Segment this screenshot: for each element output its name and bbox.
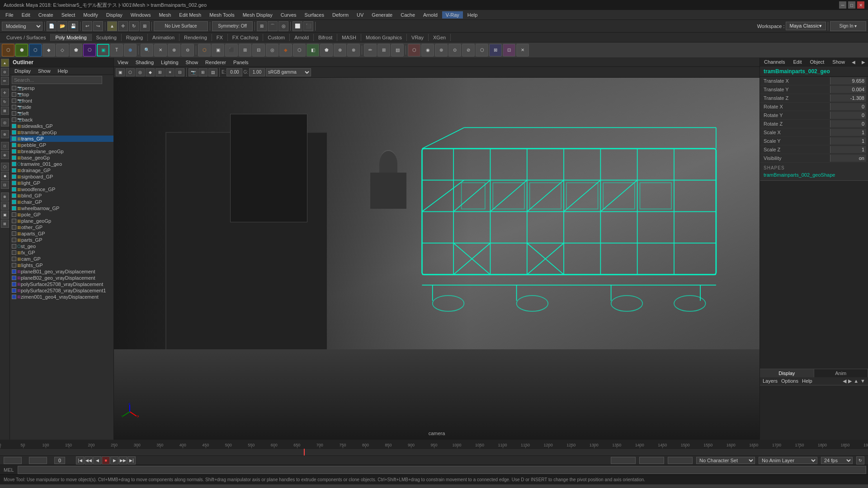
scale-tool-button[interactable]: ⊞: [140, 21, 150, 31]
shelf-icon-12[interactable]: ⊕: [168, 44, 180, 56]
outliner-item[interactable]: ⊞ planeB01_geo_vrayDisplacement: [10, 268, 113, 275]
vp-select-btn[interactable]: ▣: [116, 68, 125, 76]
tab-display[interactable]: Display: [760, 369, 814, 377]
outliner-item[interactable]: ⊞ polySurface25708_vrayDisplacement: [10, 281, 113, 287]
tab-bifrost[interactable]: Bifrost: [314, 34, 337, 41]
outliner-item[interactable]: ⊞ polySurface25708_vrayDisplacement1: [10, 287, 113, 294]
menu-item-surfaces[interactable]: Surfaces: [301, 11, 328, 19]
shelf-icon-35[interactable]: ⊠: [489, 44, 502, 56]
outliner-item[interactable]: 📷 top: [10, 91, 113, 98]
vp-shadow-btn[interactable]: ⊟: [175, 68, 184, 76]
tab-rigging[interactable]: Rigging: [122, 34, 148, 41]
move-tool-button[interactable]: ✛: [118, 21, 128, 31]
gamma-input[interactable]: [249, 68, 265, 76]
snap-curve-button[interactable]: ⌒: [268, 21, 278, 31]
dm-arrow-right[interactable]: ▶: [848, 378, 852, 384]
shelf-icon-31[interactable]: ⊛: [435, 44, 448, 56]
channel-value-input[interactable]: [830, 94, 866, 102]
render-button[interactable]: ⬜: [292, 21, 302, 31]
outliner-item[interactable]: ▦ tramline_geoGp: [10, 129, 113, 136]
prev-keyframe-button[interactable]: ◀: [93, 456, 101, 465]
color-space-dropdown[interactable]: sRGB gamma: [266, 68, 311, 76]
shelf-icon-26[interactable]: ✏: [364, 44, 377, 56]
menu-item-mesh-tools[interactable]: Mesh Tools: [206, 11, 238, 19]
outliner-item[interactable]: ▦ fx_GP: [10, 249, 113, 256]
dm-options[interactable]: Options: [781, 378, 798, 384]
next-keyframe-button[interactable]: ▶▶: [119, 456, 127, 465]
shelf-icon-5[interactable]: ◇: [56, 44, 69, 56]
tab-mash[interactable]: MASH: [337, 34, 361, 41]
shelf-icon-23[interactable]: ⬟: [320, 44, 333, 56]
menu-item-mesh[interactable]: Mesh: [155, 11, 175, 19]
outliner-menu-show[interactable]: Show: [36, 68, 52, 74]
shelf-icon-34[interactable]: ⬡: [476, 44, 488, 56]
ch-menu-show[interactable]: Show: [831, 59, 846, 65]
timeline-ruler[interactable]: 0501001502002503003504004505005506006507…: [0, 440, 868, 449]
range-start-input[interactable]: [611, 457, 636, 464]
outliner-item[interactable]: 📷 back: [10, 117, 113, 123]
viewport-sel[interactable]: □: [1, 142, 9, 150]
shelf-icon-30[interactable]: ◉: [421, 44, 434, 56]
minimize-button[interactable]: ─: [839, 1, 846, 9]
menu-item-create[interactable]: Create: [35, 11, 57, 19]
outliner-item[interactable]: ▦ pole_GP: [10, 211, 113, 218]
show-manip[interactable]: ⊛: [1, 130, 9, 138]
dm-layers[interactable]: Layers: [763, 378, 778, 384]
shelf-icon-11[interactable]: ✕: [154, 44, 167, 56]
shelf-icon-svg[interactable]: ⊛: [124, 44, 137, 56]
viewport-menu-shading[interactable]: Shading: [134, 60, 156, 65]
channel-value-input[interactable]: [830, 77, 866, 84]
menu-item-deform[interactable]: Deform: [329, 11, 352, 19]
symmetry-button[interactable]: Symmetry: Off: [212, 21, 253, 31]
go-end-button[interactable]: ▶|: [127, 456, 136, 465]
paint-tool[interactable]: ✏: [1, 77, 9, 85]
viewport-menu-panels[interactable]: Panels: [231, 60, 250, 65]
viewport-menu-renderer[interactable]: Renderer: [203, 60, 228, 65]
soft-select[interactable]: ◎: [1, 118, 9, 127]
shelf-icon-22[interactable]: ◧: [307, 44, 319, 56]
outliner-item[interactable]: ▦ cam_GP: [10, 256, 113, 262]
outliner-item[interactable]: 📷 side: [10, 104, 113, 110]
shelf-icon-32[interactable]: ⊙: [448, 44, 461, 56]
tab-motion-graphics[interactable]: Motion Graphics: [361, 34, 407, 41]
channel-value-input[interactable]: [830, 120, 866, 127]
outliner-item[interactable]: 📷 left: [10, 110, 113, 117]
shelf-icon-15[interactable]: ▣: [212, 44, 224, 56]
shelf-icon-28[interactable]: ▤: [391, 44, 404, 56]
outliner-item[interactable]: ▦ lights_GP: [10, 262, 113, 268]
menu-item-mesh-display[interactable]: Mesh Display: [239, 11, 276, 19]
snap-select[interactable]: ⊕: [1, 151, 9, 159]
tab-animation[interactable]: Animation: [148, 34, 179, 41]
maximize-button[interactable]: □: [848, 1, 855, 9]
outliner-item[interactable]: ▦ drainage_GP: [10, 167, 113, 174]
save-button[interactable]: 💾: [68, 21, 78, 31]
menu-item-edit-mesh[interactable]: Edit Mesh: [175, 11, 205, 19]
paint-sel[interactable]: ⊡: [1, 181, 9, 189]
shelf-icon-13[interactable]: ⊖: [181, 44, 194, 56]
outliner-item[interactable]: ▦ plane_geoGp: [10, 218, 113, 224]
shelf-icon-7[interactable]: ⎔: [83, 44, 96, 56]
viewport-menu-lighting[interactable]: Lighting: [159, 60, 180, 65]
open-button[interactable]: 📂: [57, 21, 67, 31]
outliner-item[interactable]: ▦ wheelbarrow_GP: [10, 205, 113, 211]
anim-field[interactable]: 0: [54, 457, 65, 464]
channel-value-input[interactable]: [830, 86, 866, 93]
outliner-item[interactable]: ⬡ st_geo: [10, 243, 113, 249]
outliner-item[interactable]: ▦ other_GP: [10, 224, 113, 230]
menu-item-select[interactable]: Select: [58, 11, 79, 19]
shelf-icon-2[interactable]: ⬢: [15, 44, 28, 56]
vp-grid-btn[interactable]: ⊞: [198, 68, 208, 76]
channel-value-input[interactable]: [830, 103, 866, 110]
channel-value-input[interactable]: [830, 112, 866, 119]
shelf-icon-9[interactable]: T: [110, 44, 123, 56]
shelf-icon-8[interactable]: ▣: [97, 44, 109, 56]
outliner-item[interactable]: ⊞ zimen001_geo4_vrayDisplacement: [10, 294, 113, 300]
live-surface-button[interactable]: No Live Surface: [154, 21, 208, 31]
tab-anim[interactable]: Anim: [814, 369, 868, 377]
outliner-item[interactable]: ▦ parts_GP: [10, 237, 113, 243]
quick-sel[interactable]: ◆: [1, 172, 9, 180]
go-start-button[interactable]: |◀: [76, 456, 84, 465]
tab-arnold[interactable]: Arnold: [290, 34, 314, 41]
tab-vray[interactable]: VRay: [407, 34, 429, 41]
character-set-dropdown[interactable]: No Character Set: [696, 457, 755, 464]
